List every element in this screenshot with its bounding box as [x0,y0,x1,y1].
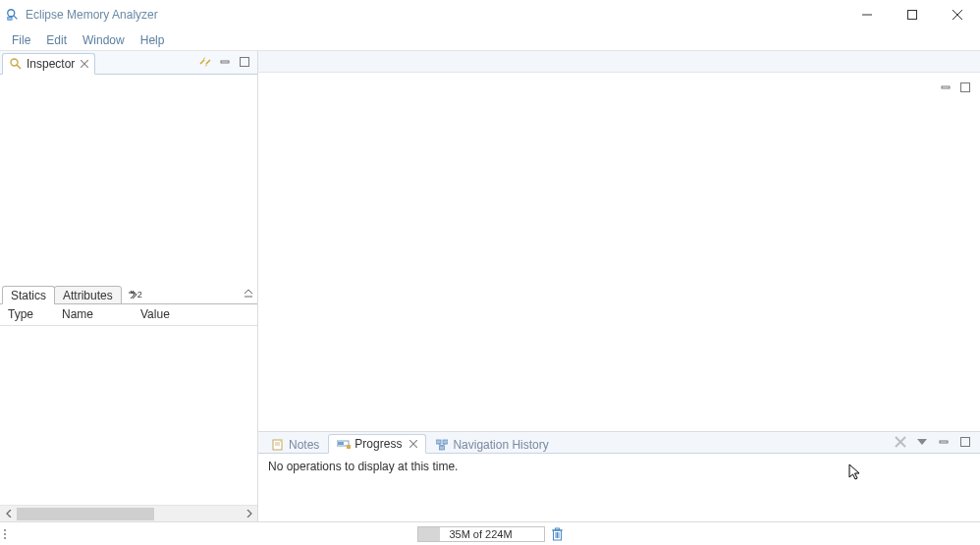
remove-all-icon[interactable] [894,435,907,449]
bottom-tabs-toolbar [894,431,980,453]
table-body [0,326,257,505]
tab-statics[interactable]: Statics [2,286,55,304]
menu-window[interactable]: Window [75,31,133,49]
heap-widget: 35M of 224M [417,525,564,543]
tab-attributes[interactable]: Attributes [54,286,122,304]
editor-area [258,73,980,431]
col-type[interactable]: Type [0,304,54,325]
progress-icon [337,437,351,451]
minimize-view-icon[interactable] [218,55,232,69]
svg-rect-34 [555,528,559,530]
notes-icon [271,438,285,452]
inspector-mid-tabs: Statics Attributes 2 [0,285,257,304]
tab-navigation-history[interactable]: Navigation History [426,434,557,454]
titlebar-left: Eclipse Memory Analyzer [6,8,158,22]
app-icon [6,8,20,22]
svg-line-1 [14,15,18,19]
progress-message: No operations to display at this time. [268,460,458,473]
left-pane: Inspector Statics [0,51,258,521]
svg-rect-24 [443,440,448,444]
workspace: Inspector Statics [0,51,980,521]
svg-rect-23 [436,440,441,444]
inspector-tab-label: Inspector [27,57,75,71]
tab-attributes-label: Attributes [63,289,113,302]
svg-rect-20 [347,445,351,449]
menu-file[interactable]: File [4,31,38,49]
tab-overflow-count: 2 [137,290,142,300]
window-title: Eclipse Memory Analyzer [26,8,158,22]
bottom-view-stack: Notes Progress Navigation History [258,431,980,521]
close-icon[interactable] [409,440,417,448]
heap-fill [418,527,440,541]
tab-progress-label: Progress [354,437,402,451]
right-pane: Notes Progress Navigation History [258,51,980,521]
svg-rect-12 [241,58,249,67]
menubar: File Edit Window Help [0,29,980,51]
menu-help[interactable]: Help [133,31,173,49]
menu-edit[interactable]: Edit [38,31,75,49]
link-icon[interactable] [198,55,212,69]
scroll-left-icon[interactable] [0,506,17,522]
inspector-toolbar [198,50,257,74]
bottom-tabs: Notes Progress Navigation History [258,432,980,454]
close-button[interactable] [935,0,980,29]
progress-body: No operations to display at this time. [258,454,980,521]
tab-notes[interactable]: Notes [262,434,328,454]
heap-bar[interactable]: 35M of 224M [417,526,545,542]
close-icon[interactable] [81,60,88,68]
svg-rect-2 [8,17,12,20]
tab-progress[interactable]: Progress [328,434,426,454]
table-maximize-icon[interactable] [244,285,253,303]
maximize-view-icon[interactable] [238,55,251,69]
svg-point-0 [8,9,15,16]
svg-line-8 [17,65,21,69]
col-value[interactable]: Value [133,304,257,325]
editor-controls [939,81,972,94]
minimize-button[interactable] [844,0,890,29]
maximize-bottom-icon[interactable] [958,435,972,449]
heap-text: 35M of 224M [449,528,512,540]
svg-point-7 [11,59,18,66]
svg-rect-30 [940,441,948,443]
col-name[interactable]: Name [54,304,133,325]
tab-nav-label: Navigation History [453,438,548,452]
scroll-thumb[interactable] [17,508,154,520]
window-controls [844,0,980,29]
maximize-button[interactable] [890,0,935,29]
svg-rect-13 [942,86,950,88]
editor-toolbar [258,51,980,73]
svg-rect-19 [338,442,344,445]
table-headers: Type Name Value [0,304,257,326]
h-scrollbar[interactable] [0,505,257,521]
titlebar: Eclipse Memory Analyzer [0,0,980,29]
editor-minimize-icon[interactable] [939,81,953,94]
inspector-body-top [0,75,257,285]
svg-rect-4 [908,10,917,19]
trash-icon[interactable] [551,527,564,541]
tab-statics-label: Statics [11,289,46,302]
svg-rect-31 [961,438,970,447]
minimize-bottom-icon[interactable] [937,435,951,449]
view-menu-icon[interactable] [915,435,929,449]
cursor-icon [848,463,862,481]
inspector-icon [9,57,23,71]
svg-rect-11 [221,61,229,63]
scroll-track[interactable] [17,506,241,522]
statusbar-grip-icon[interactable] [4,529,6,539]
editor-maximize-icon[interactable] [958,81,972,94]
inspector-tabbar: Inspector [0,51,257,75]
inspector-tab[interactable]: Inspector [2,53,95,75]
tab-notes-label: Notes [289,438,319,452]
tab-overflow[interactable]: 2 [125,285,146,303]
scroll-right-icon[interactable] [241,506,257,522]
statusbar: 35M of 224M [0,521,980,545]
svg-rect-14 [961,83,970,92]
svg-rect-25 [440,446,445,450]
navigation-icon [435,438,449,452]
